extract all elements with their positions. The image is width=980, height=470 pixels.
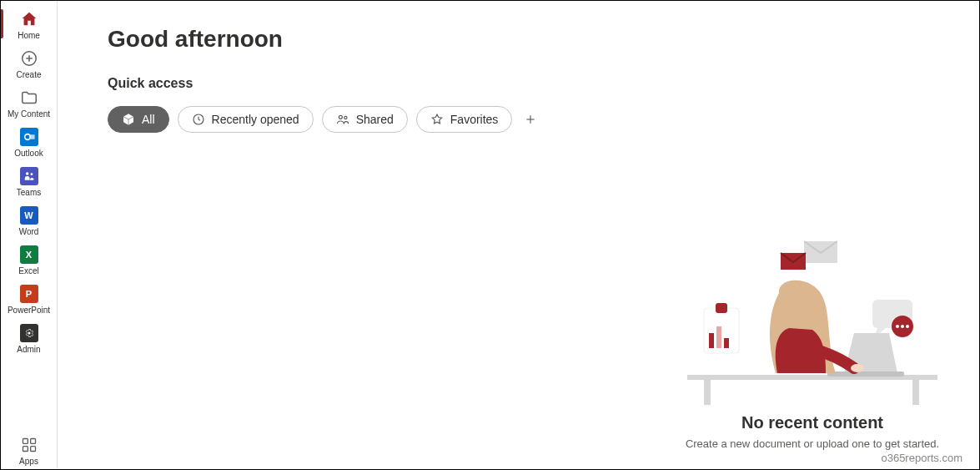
teams-icon — [19, 166, 39, 186]
filter-pill-shared[interactable]: Shared — [322, 106, 408, 133]
svg-point-30 — [896, 325, 899, 328]
svg-rect-22 — [709, 333, 714, 348]
svg-rect-11 — [30, 447, 35, 452]
empty-state-title: No recent content — [662, 413, 962, 432]
sidebar-item-excel[interactable]: X Excel — [1, 240, 57, 279]
sidebar-item-create[interactable]: Create — [1, 43, 57, 83]
people-icon — [336, 113, 349, 126]
sidebar-item-label: Home — [18, 31, 40, 40]
quick-access-filters: All Recently opened Shared Favorites — [108, 106, 929, 133]
svg-rect-19 — [912, 380, 919, 405]
svg-rect-8 — [23, 439, 28, 444]
clock-icon — [192, 113, 205, 126]
add-filter-button[interactable] — [520, 109, 540, 129]
sidebar-item-home[interactable]: Home — [1, 4, 57, 43]
svg-rect-4 — [29, 134, 35, 139]
sidebar-item-label: Apps — [19, 457, 38, 466]
svg-point-13 — [339, 115, 342, 119]
powerpoint-icon: P — [19, 284, 39, 304]
cube-icon — [122, 113, 135, 126]
svg-rect-18 — [704, 380, 711, 405]
sidebar-item-label: Admin — [17, 345, 40, 354]
svg-point-32 — [906, 325, 909, 328]
folder-icon — [19, 88, 39, 108]
svg-rect-23 — [716, 326, 721, 348]
svg-rect-24 — [724, 338, 729, 348]
star-icon — [430, 113, 444, 126]
watermark-text: o365reports.com — [662, 452, 962, 464]
sidebar-item-admin[interactable]: Admin — [1, 318, 57, 357]
svg-point-7 — [28, 332, 30, 335]
sidebar-item-apps[interactable]: Apps — [1, 430, 57, 469]
word-icon: W — [19, 205, 39, 225]
sidebar-item-label: Outlook — [14, 149, 43, 158]
filter-pill-favorites[interactable]: Favorites — [416, 106, 513, 133]
sidebar-item-label: Excel — [18, 266, 38, 275]
svg-point-5 — [25, 172, 28, 175]
sidebar-item-my-content[interactable]: My Content — [1, 83, 57, 122]
svg-rect-9 — [30, 439, 35, 444]
sidebar-item-word[interactable]: W Word — [1, 200, 57, 240]
sidebar-item-outlook[interactable]: Outlook — [1, 122, 57, 161]
pill-label: Recently opened — [212, 113, 299, 126]
sidebar-item-teams[interactable]: Teams — [1, 161, 57, 200]
empty-state: No recent content Create a new document … — [662, 225, 962, 464]
empty-illustration — [679, 225, 946, 408]
filter-pill-recently-opened[interactable]: Recently opened — [178, 106, 314, 133]
svg-point-6 — [30, 173, 33, 175]
pill-label: Shared — [356, 113, 394, 126]
svg-point-37 — [851, 364, 864, 372]
sidebar-item-label: Word — [19, 227, 39, 236]
admin-icon — [19, 323, 39, 343]
apps-icon — [19, 435, 39, 455]
excel-icon: X — [19, 245, 39, 265]
sidebar-item-label: Teams — [17, 188, 41, 197]
quick-access-heading: Quick access — [108, 76, 929, 91]
svg-rect-21 — [716, 303, 727, 313]
sidebar: Home Create My Content Outlook — [1, 1, 58, 469]
home-icon — [19, 9, 39, 29]
filter-pill-all[interactable]: All — [108, 106, 169, 133]
pill-label: All — [142, 113, 155, 126]
sidebar-item-powerpoint[interactable]: P PowerPoint — [1, 279, 57, 318]
main-content: Good afternoon Quick access All Recently… — [58, 1, 979, 469]
svg-point-14 — [344, 116, 346, 119]
page-title: Good afternoon — [108, 26, 929, 53]
svg-rect-34 — [827, 371, 904, 377]
pill-label: Favorites — [450, 113, 499, 126]
empty-state-subtitle: Create a new document or upload one to g… — [662, 437, 962, 450]
outlook-icon — [19, 127, 39, 147]
svg-rect-10 — [23, 447, 28, 452]
svg-point-31 — [901, 325, 904, 328]
sidebar-item-label: My Content — [8, 109, 50, 119]
sidebar-item-label: Create — [16, 70, 41, 79]
create-icon — [19, 48, 39, 68]
sidebar-item-label: PowerPoint — [8, 306, 50, 315]
